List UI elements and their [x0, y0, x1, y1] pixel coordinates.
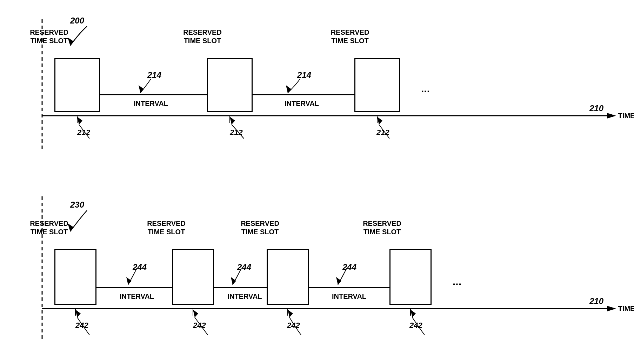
svg-marker-33 — [336, 277, 341, 285]
top-slot-id-2: 212 — [230, 128, 243, 137]
diagram-container: { "diagram": { "title": "Patent Timing D… — [0, 0, 634, 364]
bottom-slot-id-3: 242 — [287, 321, 300, 330]
bottom-slot-id-1: 242 — [75, 321, 88, 330]
top-timeline-id: 210 — [589, 103, 603, 113]
bottom-slot-1-label: RESERVEDTIME SLOT — [21, 219, 77, 236]
bottom-interval-id-2: 244 — [237, 262, 251, 272]
svg-marker-38 — [75, 310, 81, 317]
top-slot-id-3: 212 — [376, 128, 389, 137]
svg-marker-40 — [288, 310, 293, 317]
top-interval-id-2: 214 — [297, 70, 311, 80]
svg-marker-17 — [377, 117, 382, 124]
bottom-slot-id-2: 242 — [193, 321, 206, 330]
svg-marker-20 — [607, 306, 616, 311]
bottom-timeline-id: 210 — [589, 296, 603, 306]
bottom-interval-1-label: INTERVAL — [104, 292, 170, 301]
top-slot-2 — [207, 58, 253, 112]
bottom-slot-4 — [389, 249, 432, 305]
bottom-interval-2-label: INTERVAL — [216, 292, 274, 301]
top-slot-id-1: 212 — [77, 128, 90, 137]
bottom-interval-id-1: 244 — [133, 262, 147, 272]
bottom-slot-2 — [172, 249, 214, 305]
svg-marker-31 — [126, 277, 132, 285]
top-interval-1-label: INTERVAL — [109, 99, 193, 108]
top-slot-1 — [54, 58, 100, 112]
bottom-slot-2-label: RESERVEDTIME SLOT — [138, 219, 195, 236]
svg-marker-11 — [286, 85, 291, 93]
top-time-label: TIME — [617, 112, 634, 120]
bottom-slot-id-4: 242 — [409, 321, 422, 330]
svg-marker-39 — [193, 310, 198, 317]
svg-marker-10 — [139, 85, 144, 93]
top-dots: ... — [421, 82, 430, 95]
svg-marker-16 — [230, 117, 235, 124]
top-interval-id-1: 214 — [147, 70, 161, 80]
top-slot-3 — [354, 58, 400, 112]
svg-marker-41 — [411, 310, 416, 317]
top-slot-3-label: RESERVEDTIME SLOT — [321, 28, 379, 45]
top-slot-1-label: RESERVEDTIME SLOT — [21, 28, 77, 45]
svg-marker-2 — [607, 113, 616, 119]
top-slot-2-label: RESERVEDTIME SLOT — [174, 28, 231, 45]
bottom-slot-3-label: RESERVEDTIME SLOT — [232, 219, 288, 236]
section-230-label: 230 — [70, 200, 84, 210]
diagram-svg — [0, 0, 634, 364]
bottom-slot-1 — [54, 249, 96, 305]
bottom-dots: ... — [453, 275, 461, 288]
bottom-interval-3-label: INTERVAL — [311, 292, 388, 301]
bottom-time-label: TIME — [617, 304, 634, 313]
top-interval-2-label: INTERVAL — [260, 99, 344, 108]
section-200-label: 200 — [70, 16, 84, 26]
bottom-slot-4-label: RESERVEDTIME SLOT — [354, 219, 411, 236]
bottom-interval-id-3: 244 — [342, 262, 356, 272]
svg-marker-15 — [77, 117, 82, 124]
svg-marker-32 — [231, 277, 236, 285]
